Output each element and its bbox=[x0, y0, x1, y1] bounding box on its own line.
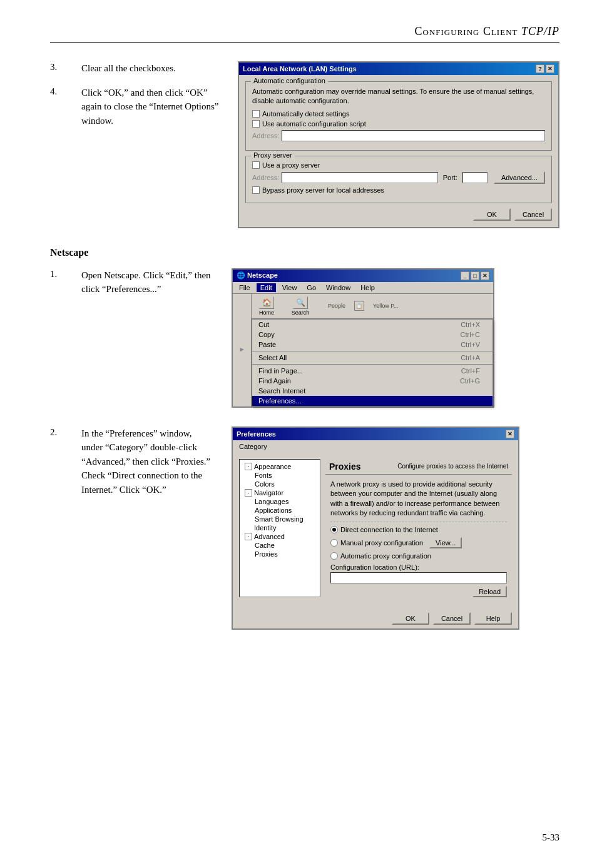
lan-close-btn[interactable]: ✕ bbox=[546, 64, 554, 73]
step-3-text: Clear all the checkboxes. bbox=[81, 61, 225, 76]
menu-cut-label: Cut bbox=[258, 321, 269, 328]
menu-select-all-label: Select All bbox=[258, 354, 287, 361]
menu-cut[interactable]: Cut Ctrl+X bbox=[252, 320, 492, 330]
proxy-group-title: Proxy server bbox=[251, 151, 295, 159]
sep1 bbox=[252, 351, 492, 351]
menu-select-all[interactable]: Select All Ctrl+A bbox=[252, 353, 492, 363]
netscape-section: 1. Open Netscape. Click “Edit,” then cli… bbox=[50, 268, 559, 408]
prefs-view-btn[interactable]: View... bbox=[429, 537, 462, 548]
auto-config-desc: Automatic configuration may override man… bbox=[252, 87, 545, 106]
menu-find-again[interactable]: Find Again Ctrl+G bbox=[252, 376, 492, 386]
menu-edit[interactable]: Edit bbox=[257, 283, 276, 292]
radio-manual[interactable] bbox=[330, 539, 338, 547]
tree-advanced[interactable]: - Advanced bbox=[242, 532, 317, 541]
netscape-minimize-btn[interactable]: _ bbox=[461, 271, 469, 280]
menu-file[interactable]: File bbox=[235, 283, 254, 292]
proxy-address-input[interactable] bbox=[282, 172, 437, 183]
prefs-titlebar: Preferences ✕ bbox=[233, 428, 518, 440]
edit-dropdown: Cut Ctrl+X Copy Ctrl+C Paste Ctrl+V bbox=[252, 319, 493, 406]
prefs-ok-btn[interactable]: OK bbox=[392, 612, 429, 625]
prefs-content-body: A network proxy is used to provide addit… bbox=[325, 475, 512, 589]
netscape-menubar: File Edit View Go Window Help bbox=[233, 282, 493, 294]
radio-direct-label: Direct connection to the Internet bbox=[340, 526, 438, 533]
tree-applications[interactable]: Applications bbox=[255, 506, 317, 515]
checkbox-auto-detect[interactable] bbox=[252, 110, 260, 118]
menu-view[interactable]: View bbox=[278, 283, 301, 292]
proxy-checkbox-label: Use a proxy server bbox=[262, 161, 320, 169]
prefs-category-label: Category bbox=[233, 440, 518, 453]
tree-fonts[interactable]: Fonts bbox=[255, 471, 317, 480]
menu-preferences[interactable]: Preferences... bbox=[252, 396, 492, 406]
prefs-tree: - Appearance Fonts Colors - Navigator bbox=[239, 459, 320, 598]
search-btn[interactable]: 🔍 Search bbox=[288, 296, 313, 316]
tree-languages[interactable]: Languages bbox=[255, 497, 317, 506]
lan-titlebar-buttons: ? ✕ bbox=[536, 64, 554, 73]
tree-identity[interactable]: Identity bbox=[242, 523, 317, 532]
netscape-window: 🌐 Netscape _ □ ✕ File Edit View Go Windo… bbox=[232, 268, 494, 408]
prefs-help-btn[interactable]: Help bbox=[474, 612, 512, 625]
tree-expand-advanced: - bbox=[245, 533, 252, 540]
lan-dialog: Local Area Network (LAN) Settings ? ✕ Au… bbox=[238, 61, 559, 228]
menu-go[interactable]: Go bbox=[303, 283, 320, 292]
radio-manual-row: Manual proxy configuration View... bbox=[330, 537, 507, 548]
step-1-num: 1. bbox=[50, 268, 75, 296]
proxy-group: Proxy server Use a proxy server Address:… bbox=[245, 156, 552, 203]
address-input[interactable] bbox=[282, 130, 545, 141]
tree-smart-browsing[interactable]: Smart Browsing bbox=[255, 515, 317, 523]
tree-cache[interactable]: Cache bbox=[255, 541, 317, 550]
lan-ok-btn[interactable]: OK bbox=[473, 208, 511, 221]
netscape-main: 🏠 Home 🔍 Search People 📋 Yellow P... bbox=[252, 294, 493, 406]
bypass-proxy-checkbox[interactable] bbox=[252, 186, 260, 194]
tree-navigator[interactable]: - Navigator bbox=[242, 488, 317, 497]
tree-appearance-children: Fonts Colors bbox=[242, 471, 317, 488]
address-label: Address: bbox=[252, 132, 279, 139]
radio-direct-row: Direct connection to the Internet bbox=[330, 526, 507, 533]
home-icon: 🏠 bbox=[259, 296, 274, 309]
reload-btn[interactable]: Reload bbox=[472, 586, 507, 597]
proxy-advanced-btn[interactable]: Advanced... bbox=[494, 171, 545, 184]
section-lan: 3. Clear all the checkboxes. 4. Click “O… bbox=[50, 61, 559, 228]
menu-help[interactable]: Help bbox=[357, 283, 379, 292]
netscape-title: 🌐 Netscape bbox=[237, 271, 278, 280]
checkbox-auto-script-row: Use automatic configuration script bbox=[252, 120, 545, 128]
tree-proxies[interactable]: Proxies bbox=[255, 550, 317, 558]
menu-window[interactable]: Window bbox=[322, 283, 354, 292]
step-3-num: 3. bbox=[50, 61, 75, 76]
prefs-dialog-container: Preferences ✕ Category - Appearance Font… bbox=[232, 426, 519, 630]
radio-auto[interactable] bbox=[330, 552, 338, 560]
radio-direct[interactable] bbox=[330, 526, 338, 533]
prefs-header-desc: Configure proxies to access the Internet bbox=[397, 463, 508, 470]
netscape-titlebar: 🌐 Netscape _ □ ✕ bbox=[233, 270, 493, 282]
home-btn[interactable]: 🏠 Home bbox=[254, 296, 279, 316]
netscape-sidebar-strip: ◀ bbox=[233, 294, 252, 406]
tree-navigator-children: Languages Applications Smart Browsing bbox=[242, 497, 317, 523]
lan-cancel-btn[interactable]: Cancel bbox=[514, 208, 552, 221]
step-4-block: 4. Click “OK,” and then click “OK” again… bbox=[50, 86, 225, 128]
config-location-input[interactable] bbox=[330, 572, 507, 583]
tree-appearance[interactable]: - Appearance bbox=[242, 462, 317, 471]
lan-help-btn[interactable]: ? bbox=[536, 64, 544, 73]
prefs-close-btn[interactable]: ✕ bbox=[506, 430, 514, 438]
lan-titlebar: Local Area Network (LAN) Settings ? ✕ bbox=[239, 63, 558, 75]
prefs-body: - Appearance Fonts Colors - Navigator bbox=[233, 453, 518, 604]
menu-copy-shortcut: Ctrl+C bbox=[461, 331, 480, 338]
menu-paste[interactable]: Paste Ctrl+V bbox=[252, 340, 492, 350]
proxy-checkbox[interactable] bbox=[252, 161, 260, 169]
tree-colors[interactable]: Colors bbox=[255, 480, 317, 488]
netscape-browser-img: 🌐 Netscape _ □ ✕ File Edit View Go Windo… bbox=[232, 268, 559, 408]
netscape-maximize-btn[interactable]: □ bbox=[471, 271, 479, 280]
menu-select-all-shortcut: Ctrl+A bbox=[461, 354, 480, 361]
checkbox-auto-script[interactable] bbox=[252, 120, 260, 128]
prefs-desc: A network proxy is used to provide addit… bbox=[330, 480, 507, 518]
netscape-close-btn[interactable]: ✕ bbox=[481, 271, 489, 280]
bypass-proxy-label: Bypass proxy server for local addresses bbox=[262, 186, 384, 194]
dropdown-container: Cut Ctrl+X Copy Ctrl+C Paste Ctrl+V bbox=[252, 319, 493, 406]
step-4-text: Click “OK,” and then click “OK” again to… bbox=[81, 86, 225, 128]
proxy-port-input[interactable] bbox=[462, 172, 487, 183]
menu-copy[interactable]: Copy Ctrl+C bbox=[252, 330, 492, 340]
menu-find-page[interactable]: Find in Page... Ctrl+F bbox=[252, 366, 492, 376]
prefs-cancel-btn[interactable]: Cancel bbox=[433, 612, 471, 625]
step-2-text: In the “Preferences” window, under “Cate… bbox=[81, 426, 213, 497]
menu-find-page-shortcut: Ctrl+F bbox=[461, 367, 480, 375]
menu-search-internet[interactable]: Search Internet bbox=[252, 386, 492, 396]
